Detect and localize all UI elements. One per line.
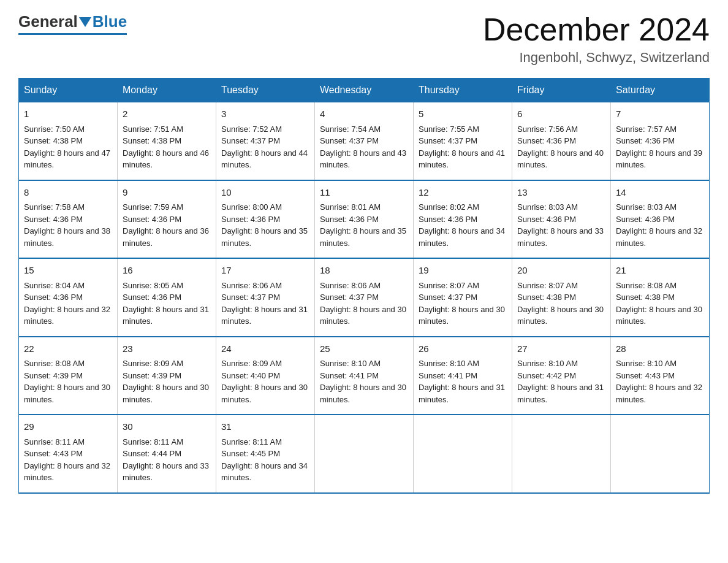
sunset-text: Sunset: 4:42 PM bbox=[517, 371, 576, 380]
calendar-cell: 29Sunrise: 8:11 AMSunset: 4:43 PMDayligh… bbox=[19, 415, 118, 493]
sunrise-text: Sunrise: 8:11 AM bbox=[123, 437, 183, 446]
daylight-text: Daylight: 8 hours and 31 minutes. bbox=[517, 383, 604, 404]
sunrise-text: Sunrise: 8:07 AM bbox=[517, 281, 578, 290]
daylight-text: Daylight: 8 hours and 33 minutes. bbox=[517, 226, 604, 248]
daylight-text: Daylight: 8 hours and 33 minutes. bbox=[123, 461, 209, 483]
day-number: 14 bbox=[616, 186, 704, 200]
sunset-text: Sunset: 4:37 PM bbox=[419, 293, 477, 302]
calendar-cell: 7Sunrise: 7:57 AMSunset: 4:36 PMDaylight… bbox=[611, 102, 710, 180]
sunset-text: Sunset: 4:37 PM bbox=[221, 293, 280, 302]
sunset-text: Sunset: 4:38 PM bbox=[616, 293, 675, 302]
day-number: 4 bbox=[320, 107, 408, 121]
daylight-text: Daylight: 8 hours and 30 minutes. bbox=[320, 305, 406, 326]
logo-blue-text: Blue bbox=[93, 12, 127, 31]
col-header-saturday: Saturday bbox=[611, 79, 710, 102]
sunrise-text: Sunrise: 8:01 AM bbox=[320, 202, 381, 212]
sunrise-text: Sunrise: 7:59 AM bbox=[123, 202, 183, 212]
sunrise-text: Sunrise: 7:51 AM bbox=[123, 124, 183, 134]
day-number: 17 bbox=[221, 264, 309, 278]
daylight-text: Daylight: 8 hours and 32 minutes. bbox=[24, 305, 110, 326]
daylight-text: Daylight: 8 hours and 31 minutes. bbox=[221, 305, 308, 326]
day-number: 13 bbox=[517, 186, 605, 200]
sunset-text: Sunset: 4:37 PM bbox=[419, 136, 477, 145]
calendar-cell bbox=[611, 415, 710, 493]
calendar-cell: 27Sunrise: 8:10 AMSunset: 4:42 PMDayligh… bbox=[512, 337, 611, 415]
sunset-text: Sunset: 4:36 PM bbox=[24, 293, 83, 302]
logo-triangle-icon bbox=[79, 17, 91, 27]
daylight-text: Daylight: 8 hours and 35 minutes. bbox=[221, 226, 308, 248]
daylight-text: Daylight: 8 hours and 32 minutes. bbox=[616, 383, 702, 404]
sunrise-text: Sunrise: 8:06 AM bbox=[320, 281, 381, 290]
sunset-text: Sunset: 4:38 PM bbox=[24, 136, 83, 145]
daylight-text: Daylight: 8 hours and 30 minutes. bbox=[24, 383, 110, 404]
sunset-text: Sunset: 4:40 PM bbox=[221, 371, 280, 380]
day-number: 12 bbox=[419, 186, 507, 200]
day-number: 27 bbox=[517, 342, 605, 356]
calendar-cell: 17Sunrise: 8:06 AMSunset: 4:37 PMDayligh… bbox=[216, 258, 315, 337]
calendar-cell: 12Sunrise: 8:02 AMSunset: 4:36 PMDayligh… bbox=[414, 180, 512, 259]
daylight-text: Daylight: 8 hours and 32 minutes. bbox=[616, 226, 702, 248]
sunrise-text: Sunrise: 8:02 AM bbox=[419, 202, 479, 212]
calendar-table: SundayMondayTuesdayWednesdayThursdayFrid… bbox=[18, 78, 710, 494]
daylight-text: Daylight: 8 hours and 30 minutes. bbox=[616, 305, 702, 326]
day-number: 19 bbox=[419, 264, 507, 278]
calendar-cell: 19Sunrise: 8:07 AMSunset: 4:37 PMDayligh… bbox=[414, 258, 512, 337]
day-number: 29 bbox=[24, 420, 112, 434]
day-number: 5 bbox=[419, 107, 507, 121]
sunset-text: Sunset: 4:38 PM bbox=[123, 136, 181, 145]
sunrise-text: Sunrise: 8:04 AM bbox=[24, 281, 85, 290]
col-header-friday: Friday bbox=[512, 79, 611, 102]
day-number: 3 bbox=[221, 107, 309, 121]
day-number: 26 bbox=[419, 342, 507, 356]
calendar-week-row: 8Sunrise: 7:58 AMSunset: 4:36 PMDaylight… bbox=[19, 180, 710, 259]
sunset-text: Sunset: 4:36 PM bbox=[616, 215, 675, 224]
sunrise-text: Sunrise: 8:03 AM bbox=[616, 202, 677, 212]
sunset-text: Sunset: 4:39 PM bbox=[123, 371, 181, 380]
logo-underline bbox=[18, 33, 127, 35]
logo: General Blue bbox=[18, 12, 127, 35]
day-number: 7 bbox=[616, 107, 704, 121]
sunset-text: Sunset: 4:36 PM bbox=[419, 215, 477, 224]
col-header-wednesday: Wednesday bbox=[315, 79, 414, 102]
sunset-text: Sunset: 4:36 PM bbox=[320, 215, 379, 224]
sunset-text: Sunset: 4:36 PM bbox=[616, 136, 675, 145]
sunrise-text: Sunrise: 8:05 AM bbox=[123, 281, 183, 290]
day-number: 31 bbox=[221, 420, 309, 434]
day-number: 21 bbox=[616, 264, 704, 278]
calendar-cell: 13Sunrise: 8:03 AMSunset: 4:36 PMDayligh… bbox=[512, 180, 611, 259]
day-number: 23 bbox=[123, 342, 211, 356]
sunrise-text: Sunrise: 8:09 AM bbox=[221, 359, 282, 368]
calendar-cell: 14Sunrise: 8:03 AMSunset: 4:36 PMDayligh… bbox=[611, 180, 710, 259]
calendar-cell: 31Sunrise: 8:11 AMSunset: 4:45 PMDayligh… bbox=[216, 415, 315, 493]
calendar-cell: 8Sunrise: 7:58 AMSunset: 4:36 PMDaylight… bbox=[19, 180, 118, 259]
calendar-cell: 20Sunrise: 8:07 AMSunset: 4:38 PMDayligh… bbox=[512, 258, 611, 337]
calendar-cell: 28Sunrise: 8:10 AMSunset: 4:43 PMDayligh… bbox=[611, 337, 710, 415]
calendar-cell: 2Sunrise: 7:51 AMSunset: 4:38 PMDaylight… bbox=[118, 102, 216, 180]
sunset-text: Sunset: 4:36 PM bbox=[24, 215, 83, 224]
col-header-thursday: Thursday bbox=[414, 79, 512, 102]
sunset-text: Sunset: 4:36 PM bbox=[123, 293, 181, 302]
daylight-text: Daylight: 8 hours and 44 minutes. bbox=[221, 148, 308, 170]
sunrise-text: Sunrise: 8:03 AM bbox=[517, 202, 578, 212]
col-header-sunday: Sunday bbox=[19, 79, 118, 102]
daylight-text: Daylight: 8 hours and 32 minutes. bbox=[24, 461, 110, 483]
day-number: 9 bbox=[123, 186, 211, 200]
daylight-text: Daylight: 8 hours and 34 minutes. bbox=[221, 461, 308, 483]
calendar-header-row: SundayMondayTuesdayWednesdayThursdayFrid… bbox=[19, 79, 710, 102]
day-number: 16 bbox=[123, 264, 211, 278]
sunset-text: Sunset: 4:41 PM bbox=[419, 371, 477, 380]
sunrise-text: Sunrise: 7:56 AM bbox=[517, 124, 578, 134]
calendar-cell: 3Sunrise: 7:52 AMSunset: 4:37 PMDaylight… bbox=[216, 102, 315, 180]
sunrise-text: Sunrise: 8:08 AM bbox=[24, 359, 85, 368]
day-number: 1 bbox=[24, 107, 112, 121]
daylight-text: Daylight: 8 hours and 46 minutes. bbox=[123, 148, 209, 170]
day-number: 28 bbox=[616, 342, 704, 356]
calendar-week-row: 29Sunrise: 8:11 AMSunset: 4:43 PMDayligh… bbox=[19, 415, 710, 493]
daylight-text: Daylight: 8 hours and 36 minutes. bbox=[123, 226, 209, 248]
location-text: Ingenbohl, Schwyz, Switzerland bbox=[483, 50, 710, 66]
daylight-text: Daylight: 8 hours and 30 minutes. bbox=[221, 383, 308, 404]
sunrise-text: Sunrise: 8:10 AM bbox=[517, 359, 578, 368]
month-title: December 2024 bbox=[483, 12, 710, 47]
sunrise-text: Sunrise: 8:10 AM bbox=[320, 359, 381, 368]
col-header-tuesday: Tuesday bbox=[216, 79, 315, 102]
